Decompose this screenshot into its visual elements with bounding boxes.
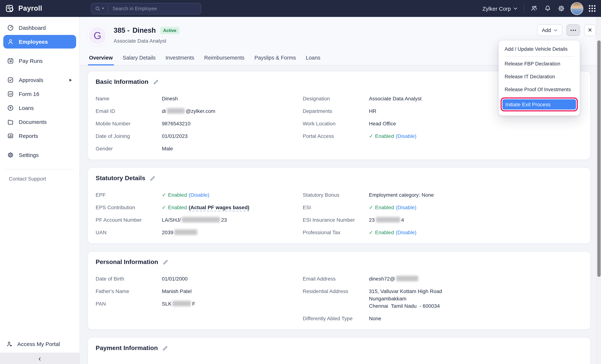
tab-salary-details[interactable]: Salary Details xyxy=(123,55,156,65)
sidebar-item-form-16[interactable]: 16 Form 16 xyxy=(3,87,76,101)
employee-info: 385 - Dinesh Active Associate Data Analy… xyxy=(114,26,179,46)
form16-icon: 16 xyxy=(7,90,14,98)
check-icon: ✓ xyxy=(369,204,373,210)
apps-grid-icon[interactable] xyxy=(589,5,595,12)
menu-item-release-poi[interactable]: Release Proof Of Investments xyxy=(499,83,580,96)
sidebar-item-label: Documents xyxy=(19,119,47,125)
field-label: Mobile Number xyxy=(96,120,162,127)
gear-icon xyxy=(7,151,14,158)
redacted-value xyxy=(376,217,400,222)
edit-pencil-icon[interactable] xyxy=(150,176,155,181)
more-actions-button[interactable]: ••• xyxy=(566,24,580,36)
menu-item-initiate-exit-process[interactable]: Initiate Exit Process xyxy=(501,98,578,111)
menu-item-vehicle-details[interactable]: Add / Update Vehicle Details xyxy=(499,43,580,56)
field-label: Professional Tax xyxy=(303,229,369,236)
field-label: Portal Access xyxy=(303,132,369,140)
sidebar-item-label: Employees xyxy=(19,39,48,45)
tab-reimbursements[interactable]: Reimbursements xyxy=(204,55,244,65)
field-value: Head Office xyxy=(369,120,405,127)
field-label: Statutory Bonus xyxy=(303,191,369,198)
eps-note[interactable]: (Actual PF wages based) xyxy=(189,204,249,211)
sidebar-item-employees[interactable]: Employees xyxy=(3,35,76,49)
tab-overview[interactable]: Overview xyxy=(89,55,113,65)
ellipsis-icon: ••• xyxy=(570,28,577,32)
field-label: PAN xyxy=(96,300,162,307)
dashboard-icon xyxy=(7,24,14,31)
field-value: ✓Enabled(Actual PF wages based) xyxy=(162,204,258,211)
payroll-app: Payroll Zylker Corp xyxy=(0,0,601,364)
field-value: HR xyxy=(369,107,385,115)
sidebar-item-dashboard[interactable]: Dashboard xyxy=(3,21,76,35)
collapse-chevron-icon: ‹ xyxy=(39,355,41,362)
field-label: Residential Address xyxy=(303,287,369,310)
field-value: LA/SHJ/23 xyxy=(162,216,236,224)
tab-payslips-forms[interactable]: Payslips & Forms xyxy=(254,55,296,65)
org-switcher[interactable]: Zylker Corp xyxy=(482,5,518,12)
redacted-value xyxy=(167,108,185,114)
tab-investments[interactable]: Investments xyxy=(166,55,194,65)
topbar: Payroll Zylker Corp xyxy=(0,0,601,17)
notifications-bell-icon[interactable] xyxy=(544,5,551,12)
edit-pencil-icon[interactable] xyxy=(153,79,158,85)
topbar-right: Zylker Corp xyxy=(482,3,601,14)
tab-loans[interactable]: Loans xyxy=(306,55,320,65)
employee-designation: Associate Data Analyst xyxy=(114,38,179,44)
documents-icon xyxy=(7,118,14,125)
edit-pencil-icon[interactable] xyxy=(163,259,168,265)
field-value: dinesh72@ xyxy=(369,275,428,282)
loans-icon: ₹ xyxy=(7,104,14,111)
search-scope-caret-icon xyxy=(102,8,104,9)
field-value: 2039 xyxy=(162,229,207,236)
contact-support-link[interactable]: Contact Support xyxy=(9,176,80,182)
menu-item-release-fbp[interactable]: Release FBP Declaration xyxy=(499,57,580,70)
sidebar: Dashboard Employees Pay Runs xyxy=(0,17,80,364)
status-badge: Active xyxy=(160,27,179,34)
disable-link[interactable]: (Disable) xyxy=(396,133,416,139)
search-divider xyxy=(108,5,108,12)
section-title: Payment Information xyxy=(96,344,158,352)
app-logo[interactable]: Payroll xyxy=(0,4,80,13)
access-my-portal-button[interactable]: Access My Portal xyxy=(0,335,80,353)
add-button[interactable]: Add xyxy=(537,24,562,36)
sidebar-item-reports[interactable]: Reports xyxy=(3,129,76,143)
sidebar-item-pay-runs[interactable]: Pay Runs xyxy=(3,54,76,68)
scrollbar-thumb[interactable] xyxy=(597,40,601,277)
menu-item-release-it[interactable]: Release IT Declaration xyxy=(499,70,580,83)
search-input[interactable] xyxy=(112,5,197,12)
field-value: Dinesh xyxy=(162,95,187,102)
search-icon[interactable] xyxy=(95,6,104,11)
disable-link[interactable]: (Disable) xyxy=(396,204,416,210)
close-button[interactable]: ✕ xyxy=(584,24,596,36)
field-label: ESI Insurance Number xyxy=(303,216,369,224)
edit-pencil-icon[interactable] xyxy=(162,345,168,351)
add-button-label: Add xyxy=(542,27,551,33)
personal-information-card: Personal Information Date of Birth 01/01… xyxy=(88,251,591,330)
field-label: Name xyxy=(96,95,162,102)
employees-icon xyxy=(7,38,14,45)
menu-divider xyxy=(504,56,574,57)
field-label: Gender xyxy=(96,145,162,152)
payment-information-card: Payment Information xyxy=(88,337,591,364)
sidebar-collapse-button[interactable]: ‹ xyxy=(0,353,80,364)
field-label: Date of Birth xyxy=(96,275,162,282)
sidebar-item-label: Approvals xyxy=(19,77,43,83)
portal-label: Access My Portal xyxy=(17,341,60,347)
sidebar-item-loans[interactable]: ₹ Loans xyxy=(3,101,76,115)
field-value: ✓Enabled(Disable) xyxy=(369,132,425,140)
field-label: Email Address xyxy=(303,275,369,282)
field-value: ✓Enabled(Disable) xyxy=(369,229,425,236)
field-value: 234 xyxy=(369,216,413,224)
sidebar-item-label: Form 16 xyxy=(19,91,39,97)
disable-link[interactable]: (Disable) xyxy=(396,229,416,235)
app-title: Payroll xyxy=(18,4,42,12)
user-avatar[interactable] xyxy=(571,3,583,14)
disable-link[interactable]: (Disable) xyxy=(189,192,209,198)
global-search[interactable] xyxy=(91,3,201,14)
sidebar-item-documents[interactable]: Documents xyxy=(3,115,76,129)
sidebar-item-approvals[interactable]: Approvals xyxy=(3,73,76,87)
field-value: Male xyxy=(162,145,182,152)
settings-gear-icon[interactable] xyxy=(558,5,565,12)
sidebar-item-settings[interactable]: Settings xyxy=(3,148,76,162)
referral-users-icon[interactable] xyxy=(530,5,538,12)
field-label: Work Location xyxy=(303,120,369,127)
